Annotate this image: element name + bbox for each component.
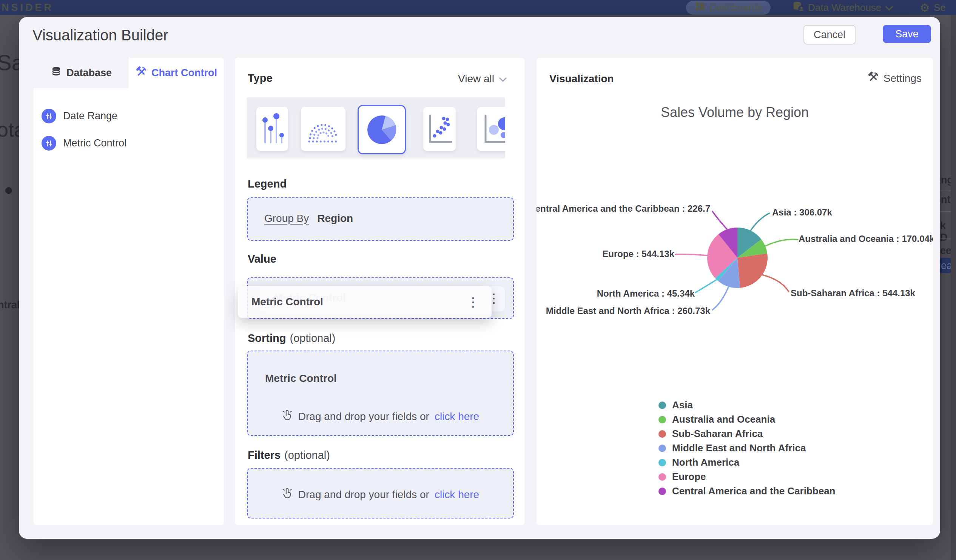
tab-label: Chart Control xyxy=(151,67,217,79)
chevron-down-icon xyxy=(499,73,507,85)
filters-drop-zone[interactable]: Drag and drop your fields or click here xyxy=(247,468,514,519)
chart-control-panel: Type View all Legend xyxy=(235,58,524,525)
grid-icon xyxy=(694,1,706,15)
visualization-panel: Visualization Settings Sales Volume by R… xyxy=(536,58,933,525)
type-section-label: Type xyxy=(248,72,273,85)
chart-type-arc[interactable] xyxy=(301,107,346,151)
nav-item-label: Data Warehouse xyxy=(808,2,881,14)
page-title: Visualization Builder xyxy=(33,27,168,44)
legend-dot xyxy=(659,402,666,409)
view-all-label: View all xyxy=(458,73,494,85)
tab-database[interactable]: Database xyxy=(34,58,129,88)
legend-item[interactable]: North America xyxy=(659,456,739,468)
nav-item-dashboards[interactable]: Dashboards xyxy=(686,1,770,15)
optional-suffix: (optional) xyxy=(290,332,336,345)
dragged-field-label: Metric Control xyxy=(252,296,323,308)
dragdrop-text: Drag and drop your fields or xyxy=(298,411,429,423)
value-section-label: Value xyxy=(248,253,277,265)
tap-hand-icon xyxy=(281,409,293,424)
chart-type-scatter[interactable] xyxy=(423,107,456,151)
legend-dot xyxy=(659,473,666,481)
save-button[interactable]: Save xyxy=(883,25,931,43)
tab-label: Database xyxy=(66,67,112,79)
sliders-icon xyxy=(41,136,56,151)
database-user-icon xyxy=(792,1,804,15)
legend-item[interactable]: Middle East and North Africa xyxy=(659,442,806,454)
tap-hand-icon xyxy=(281,487,293,502)
legend-item[interactable]: Europe xyxy=(659,471,706,483)
kebab-menu-icon[interactable]: ⋮ xyxy=(467,295,480,308)
sidebar-item-date-range[interactable]: Date Range xyxy=(41,109,118,123)
top-navbar: NSIDER Dashboards Data Warehouse ⚙ Se xyxy=(0,0,956,15)
background-bullet xyxy=(5,187,12,194)
chart-type-bubble[interactable] xyxy=(477,107,505,151)
sidebar-item-label: Metric Control xyxy=(63,137,126,149)
optional-suffix: (optional) xyxy=(284,449,330,461)
sorting-drop-zone[interactable]: Metric Control Drag and drop your fields… xyxy=(247,351,514,436)
sorting-section-label: Sorting xyxy=(248,332,286,345)
pie-slice-2[interactable] xyxy=(737,253,767,287)
legend-dot xyxy=(659,459,666,466)
sorting-field-chip[interactable]: Metric Control xyxy=(265,372,337,384)
gear-icon: ⚙ xyxy=(920,1,930,14)
sidebar-item-metric-control[interactable]: Metric Control xyxy=(41,136,126,151)
pie-label-connector-2 xyxy=(762,275,789,292)
chart-type-lollipop[interactable] xyxy=(256,107,288,151)
visualization-builder-modal: Visualization Builder Cancel Save Databa… xyxy=(19,17,940,539)
fields-sidebar: Database Chart Control Date Range Metric… xyxy=(34,58,224,525)
pie-label: Australia and Oceania : 170.04k xyxy=(799,234,933,244)
nav-item-settings[interactable]: ⚙ Se xyxy=(920,1,946,15)
page-scrollbar[interactable] xyxy=(951,15,956,560)
hammer-wrench-icon xyxy=(135,66,147,80)
dragdrop-click-here-link[interactable]: click here xyxy=(435,411,479,423)
group-by-value[interactable]: Region xyxy=(317,212,353,224)
pie-label-connector-4 xyxy=(695,280,717,292)
pie-label: Asia : 306.07k xyxy=(772,207,832,218)
pie-label: North America : 45.34k xyxy=(597,288,695,299)
cancel-button[interactable]: Cancel xyxy=(803,25,855,44)
legend-item[interactable]: Asia xyxy=(659,399,693,411)
legend-section-label: Legend xyxy=(248,178,286,190)
pie-label-connector-1 xyxy=(765,239,798,246)
pie-label-connector-6 xyxy=(712,211,727,229)
pie-label: Europe : 544.13k xyxy=(602,249,675,259)
chart-type-strip xyxy=(247,97,505,158)
pie-label-connector-3 xyxy=(712,287,728,310)
legend-item[interactable]: Central America and the Caribbean xyxy=(659,485,836,497)
pie-label: Middle East and North Africa : 260.73k xyxy=(546,306,710,316)
group-by-label[interactable]: Group By xyxy=(264,212,309,224)
pie-label-connector-0 xyxy=(751,213,769,231)
nav-item-label: Se xyxy=(934,2,946,14)
nav-item-data-warehouse[interactable]: Data Warehouse xyxy=(792,1,893,15)
legend-dot xyxy=(659,416,666,424)
pie-label-connector-5 xyxy=(676,254,707,256)
legend-dot xyxy=(659,488,666,495)
sliders-icon xyxy=(41,109,56,123)
view-all-dropdown[interactable]: View all xyxy=(458,73,507,85)
sidebar-item-label: Date Range xyxy=(63,110,118,122)
pie-label: Sub-Saharan Africa : 544.13k xyxy=(791,288,915,298)
legend-item[interactable]: Australia and Oceania xyxy=(659,414,775,425)
dragdrop-click-here-link[interactable]: click here xyxy=(435,489,479,501)
database-icon xyxy=(50,66,62,80)
dragdrop-text: Drag and drop your fields or xyxy=(298,489,429,501)
brand-logo[interactable]: NSIDER xyxy=(2,2,53,14)
background-text-fragment: ntral xyxy=(0,299,20,311)
legend-dot xyxy=(659,444,666,452)
filters-section-label: Filters xyxy=(248,449,280,461)
pie-label: Central America and the Caribbean : 226.… xyxy=(536,203,710,214)
dragged-field-card[interactable]: Metric Control ⋮ xyxy=(238,286,492,318)
chart-type-pie-selected[interactable] xyxy=(358,105,406,154)
legend-dot xyxy=(659,430,666,438)
legend-item[interactable]: Sub-Saharan Africa xyxy=(659,428,763,440)
legend-drop-zone[interactable]: Group By Region xyxy=(247,198,514,241)
tab-chart-control[interactable]: Chart Control xyxy=(129,58,224,88)
chevron-down-icon xyxy=(885,2,893,14)
nav-item-label: Dashboards xyxy=(709,2,762,14)
